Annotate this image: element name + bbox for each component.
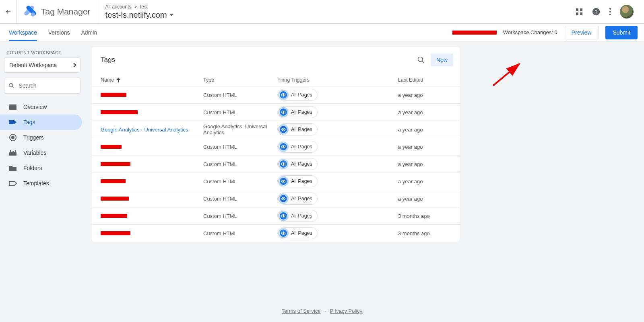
table-row[interactable]: Google Analytics - Universal AnalyticsGo… bbox=[92, 121, 460, 138]
redacted-name bbox=[101, 197, 129, 201]
search-input[interactable] bbox=[19, 82, 76, 89]
cell-trigger: All Pages bbox=[277, 175, 398, 187]
trigger-chip-label: All Pages bbox=[291, 161, 312, 167]
apps-icon[interactable] bbox=[576, 8, 583, 15]
main-panel: Tags New Name Type Firing Triggers Last … bbox=[85, 41, 644, 322]
cell-type: Custom HTML bbox=[203, 230, 277, 236]
pageview-icon bbox=[279, 90, 288, 99]
trigger-chip-label: All Pages bbox=[291, 196, 312, 201]
trigger-chip[interactable]: All Pages bbox=[277, 227, 318, 239]
cell-last-edited: a year ago bbox=[398, 127, 469, 133]
svg-point-9 bbox=[609, 8, 611, 10]
sidebar-item-label: Triggers bbox=[23, 134, 44, 141]
sidebar-search[interactable] bbox=[4, 78, 80, 94]
trigger-chip[interactable]: All Pages bbox=[277, 123, 318, 135]
cell-type: Custom HTML bbox=[203, 144, 277, 150]
svg-rect-5 bbox=[576, 12, 578, 15]
col-name[interactable]: Name bbox=[101, 77, 203, 83]
sidebar: CURRENT WORKSPACE Default Workspace Over… bbox=[0, 41, 85, 322]
table-row[interactable]: Custom HTMLAll Pagesa year ago bbox=[92, 190, 460, 207]
svg-point-2 bbox=[31, 12, 35, 16]
table-row[interactable]: Custom HTMLAll Pagesa year ago bbox=[92, 156, 460, 173]
cell-name: Google Analytics - Universal Analytics bbox=[101, 127, 203, 133]
svg-point-18 bbox=[418, 57, 423, 62]
trigger-chip[interactable]: All Pages bbox=[277, 193, 318, 205]
pageview-icon bbox=[279, 108, 288, 117]
variables-icon bbox=[9, 150, 17, 156]
cell-trigger: All Pages bbox=[277, 227, 398, 239]
sidebar-item-folders[interactable]: Folders bbox=[0, 160, 82, 176]
submit-button[interactable]: Submit bbox=[605, 26, 638, 39]
col-last[interactable]: Last Edited bbox=[398, 77, 469, 83]
trigger-chip[interactable]: All Pages bbox=[277, 158, 318, 170]
redacted-name bbox=[101, 93, 126, 97]
tab-admin[interactable]: Admin bbox=[81, 24, 97, 41]
table-row[interactable]: Custom HTMLAll Pagesa year ago bbox=[92, 173, 460, 190]
sidebar-item-triggers[interactable]: Triggers bbox=[0, 130, 82, 145]
search-icon bbox=[417, 56, 425, 64]
cell-type: Custom HTML bbox=[203, 109, 277, 115]
table-row[interactable]: Custom HTMLAll Pagesa year ago bbox=[92, 104, 460, 121]
more-icon[interactable] bbox=[609, 8, 611, 15]
cell-name bbox=[101, 230, 203, 236]
table-row[interactable]: Custom HTMLAll Pages3 months ago bbox=[92, 225, 460, 242]
trigger-chip[interactable]: All Pages bbox=[277, 175, 318, 187]
table-row[interactable]: Custom HTMLAll Pagesa year ago bbox=[92, 86, 460, 104]
new-button[interactable]: New bbox=[431, 53, 453, 66]
cell-last-edited: a year ago bbox=[398, 144, 469, 150]
svg-rect-4 bbox=[580, 8, 582, 11]
table-header: Name Type Firing Triggers Last Edited bbox=[92, 70, 460, 86]
templates-icon bbox=[9, 180, 17, 186]
sort-ascending-icon bbox=[116, 78, 120, 82]
cell-name bbox=[101, 196, 203, 202]
annotation-arrow-icon bbox=[491, 61, 527, 89]
trigger-chip[interactable]: All Pages bbox=[277, 106, 318, 118]
svg-point-19 bbox=[283, 94, 284, 96]
pageview-icon bbox=[279, 229, 288, 238]
cell-type: Custom HTML bbox=[203, 178, 277, 185]
svg-point-10 bbox=[609, 11, 611, 12]
sidebar-item-templates[interactable]: Templates bbox=[0, 176, 82, 191]
cell-last-edited: 3 months ago bbox=[398, 230, 469, 236]
table-row[interactable]: Custom HTMLAll Pagesa year ago bbox=[92, 138, 460, 156]
trigger-chip-label: All Pages bbox=[291, 92, 312, 98]
tab-versions[interactable]: Versions bbox=[48, 24, 70, 41]
trigger-chip[interactable]: All Pages bbox=[277, 89, 318, 101]
cell-last-edited: a year ago bbox=[398, 92, 469, 98]
container-selector[interactable]: All accounts > test test-ls.netlify.com bbox=[98, 2, 181, 22]
col-type[interactable]: Type bbox=[203, 77, 277, 83]
cell-type: Custom HTML bbox=[203, 196, 277, 202]
svg-rect-6 bbox=[580, 12, 582, 15]
avatar[interactable] bbox=[620, 5, 634, 18]
trigger-chip[interactable]: All Pages bbox=[277, 210, 318, 222]
card-search-button[interactable] bbox=[414, 53, 428, 67]
cell-trigger: All Pages bbox=[277, 193, 398, 205]
cell-trigger: All Pages bbox=[277, 158, 398, 170]
footer-tos-link[interactable]: Terms of Service bbox=[282, 308, 321, 314]
dropdown-icon bbox=[169, 14, 173, 16]
svg-point-25 bbox=[283, 198, 284, 199]
cell-type: Google Analytics: Universal Analytics bbox=[203, 123, 277, 135]
tab-bar: Workspace Versions Admin Workspace Chang… bbox=[0, 24, 644, 41]
tag-name-link[interactable]: Google Analytics - Universal Analytics bbox=[101, 127, 188, 133]
footer-privacy-link[interactable]: Privacy Policy bbox=[330, 308, 362, 314]
back-button[interactable] bbox=[0, 0, 17, 23]
trigger-chip[interactable]: All Pages bbox=[277, 141, 318, 153]
table-row[interactable]: Custom HTMLAll Pages3 months ago bbox=[92, 207, 460, 225]
logo-title[interactable]: Tag Manager bbox=[17, 0, 98, 23]
workspace-selector[interactable]: Default Workspace bbox=[4, 57, 80, 73]
svg-line-28 bbox=[493, 64, 519, 86]
pageview-icon bbox=[279, 160, 288, 168]
col-firing[interactable]: Firing Triggers bbox=[277, 77, 398, 83]
sidebar-item-label: Variables bbox=[23, 150, 46, 156]
preview-button[interactable]: Preview bbox=[564, 26, 599, 39]
svg-point-27 bbox=[283, 233, 284, 234]
sidebar-item-variables[interactable]: Variables bbox=[0, 145, 82, 160]
cell-name bbox=[101, 178, 203, 185]
sidebar-item-tags[interactable]: Tags bbox=[0, 115, 82, 130]
help-icon[interactable]: ? bbox=[592, 7, 601, 16]
sidebar-item-overview[interactable]: Overview bbox=[0, 99, 82, 115]
tab-workspace[interactable]: Workspace bbox=[9, 24, 37, 41]
redacted-name bbox=[101, 162, 130, 166]
cell-last-edited: a year ago bbox=[398, 109, 469, 115]
